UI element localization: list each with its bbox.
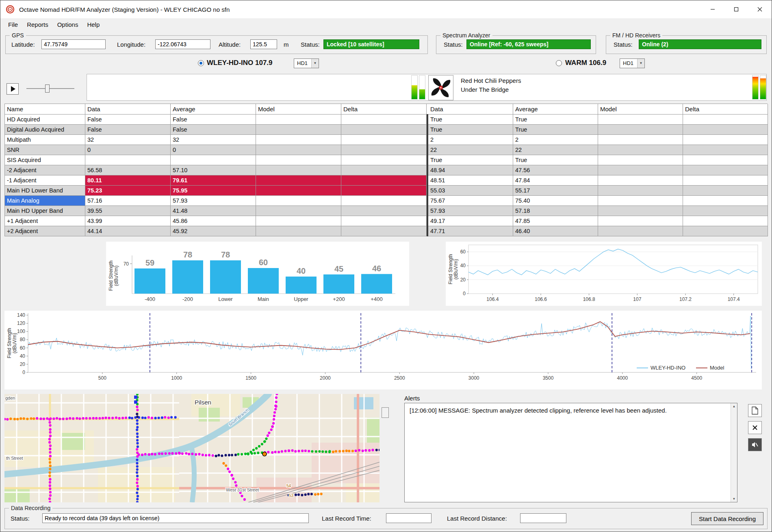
cell--1-adjacent-r1: 47.85 xyxy=(513,216,598,226)
svg-text:80: 80 xyxy=(20,337,26,342)
cell-main-hd-lower-band-r1: 55.17 xyxy=(513,186,598,196)
maximize-button[interactable] xyxy=(724,0,748,18)
cell--1-adjacent-l0: 80.11 xyxy=(85,175,171,186)
cell-hd-acquired-r3 xyxy=(683,115,768,125)
cell-sis-acquired-l3 xyxy=(341,155,427,165)
row-name-main-hd-upper-band[interactable]: Main HD Upper Band xyxy=(5,206,85,216)
mute-alerts-button[interactable] xyxy=(748,438,762,451)
svg-text:45: 45 xyxy=(334,264,343,273)
cell-multipath-l1: 32 xyxy=(171,135,256,145)
svg-text:4000: 4000 xyxy=(617,375,628,381)
recording-status-label: Status: xyxy=(11,515,30,522)
cell--1-adjacent-r2 xyxy=(598,216,683,226)
data-recording-group: Data Recording Status: Last Record Time:… xyxy=(4,508,768,529)
row-name-main-hd-lower-band[interactable]: Main HD Lower Band xyxy=(5,186,85,196)
cell--2-adjacent-r3 xyxy=(683,165,768,175)
svg-text:th Street: th Street xyxy=(6,456,23,461)
svg-text:Field Strength(dBuV/m): Field Strength(dBuV/m) xyxy=(108,261,119,291)
adjacent-spectrum-chart: 0204060106.4106.6106.8107107.2107.4Field… xyxy=(446,242,762,306)
cell-main-hd-lower-band-l0: 75.23 xyxy=(85,186,171,196)
cell--2-adjacent-l0: 44.14 xyxy=(85,226,171,236)
row-name--2-adjacent[interactable]: -2 Adjacent xyxy=(5,165,85,175)
cell-snr-r1: 22 xyxy=(513,145,598,155)
last-record-time-input[interactable] xyxy=(386,513,432,523)
table-header-data: Data xyxy=(85,104,171,115)
close-button[interactable] xyxy=(748,0,772,18)
altitude-label: Altitude: xyxy=(219,41,241,48)
cell-sis-acquired-r2 xyxy=(598,155,683,165)
cell-snr-r0: 22 xyxy=(428,145,513,155)
new-log-button[interactable] xyxy=(748,404,762,417)
svg-text:40: 40 xyxy=(297,266,306,275)
svg-text:60: 60 xyxy=(259,258,268,267)
scroll-down-icon[interactable]: ▼ xyxy=(731,497,737,501)
row-name-multipath[interactable]: Multipath xyxy=(5,135,85,145)
station-label-warm: WARM 106.9 xyxy=(565,59,606,67)
minimize-button[interactable] xyxy=(701,0,724,18)
station-radio-warm[interactable] xyxy=(556,60,562,66)
window-title: Octave Nomad HDR/FM Analyzer (Staging Ve… xyxy=(19,6,230,13)
gps-status-badge: Locked [10 satellites] xyxy=(323,39,419,49)
last-record-time-label: Last Record Time: xyxy=(322,515,371,522)
last-record-distance-input[interactable] xyxy=(520,513,566,523)
cell-sis-acquired-r3 xyxy=(683,155,768,165)
cell-digital-audio-acquired-l2 xyxy=(256,125,341,135)
drive-test-map[interactable]: PilsenWest 31st Streetth StreetgdenSouth… xyxy=(4,394,379,502)
longitude-label: Longitude: xyxy=(117,41,145,48)
svg-text:2000: 2000 xyxy=(320,375,331,381)
cell-snr-l1: 0 xyxy=(171,145,256,155)
cell--1-adjacent-l1: 79.61 xyxy=(171,175,256,186)
clear-alerts-button[interactable] xyxy=(748,421,762,434)
row-name--1-adjacent[interactable]: -1 Adjacent xyxy=(5,175,85,186)
volume-slider-thumb[interactable] xyxy=(45,84,50,93)
cell--1-adjacent-l3 xyxy=(341,216,427,226)
menu-item-options[interactable]: Options xyxy=(53,19,83,30)
cell--2-adjacent-r1: 46.40 xyxy=(513,226,598,236)
cell-hd-acquired-r1: True xyxy=(513,115,598,125)
latitude-input[interactable] xyxy=(41,39,106,49)
alerts-scrollbar[interactable]: ▲▼ xyxy=(731,403,737,502)
svg-text:Main: Main xyxy=(258,296,269,302)
cell-main-hd-upper-band-r2 xyxy=(598,206,683,216)
svg-text:70: 70 xyxy=(124,261,129,267)
receivers-status-label: Status: xyxy=(614,41,633,48)
cell-snr-r2 xyxy=(598,145,683,155)
menu-item-file[interactable]: File xyxy=(4,19,22,30)
map-panel: PilsenWest 31st Streetth StreetgdenSouth… xyxy=(4,394,379,502)
svg-text:Field Strength(dBuV/m): Field Strength(dBuV/m) xyxy=(448,254,459,285)
menu-item-reports[interactable]: Reports xyxy=(22,19,53,30)
start-data-recording-button[interactable]: Start Data Recording xyxy=(691,512,763,525)
row-name-digital-audio-acquired[interactable]: Digital Audio Acquired xyxy=(5,125,85,135)
row-name-sis-acquired[interactable]: SIS Acquired xyxy=(5,155,85,165)
cell-sis-acquired-l0 xyxy=(85,155,171,165)
mute-icon xyxy=(751,441,759,448)
map-alerts-splitter[interactable] xyxy=(382,407,389,418)
new-file-icon xyxy=(752,407,758,415)
station-radio-wley[interactable] xyxy=(198,60,204,66)
volume-slider-track[interactable] xyxy=(26,88,74,89)
station-channel-select-wley[interactable]: HD1 ▼ xyxy=(294,58,319,68)
row-name-snr[interactable]: SNR xyxy=(5,145,85,155)
scroll-up-icon[interactable]: ▲ xyxy=(731,404,737,408)
row-name-hd-acquired[interactable]: HD Acquired xyxy=(5,115,85,125)
cell-main-hd-lower-band-r3 xyxy=(683,186,768,196)
cell--1-adjacent-r0: 49.17 xyxy=(428,216,513,226)
svg-text:106.8: 106.8 xyxy=(583,296,595,302)
cell-snr-r3 xyxy=(683,145,768,155)
altitude-input[interactable] xyxy=(250,39,277,49)
row-name--1-adjacent[interactable]: +1 Adjacent xyxy=(5,216,85,226)
station-channel-select-warm[interactable]: HD1 ▼ xyxy=(620,58,645,68)
cell-main-hd-upper-band-r0: 57.93 xyxy=(428,206,513,216)
cell-digital-audio-acquired-r2 xyxy=(598,125,683,135)
svg-text:46: 46 xyxy=(372,264,381,273)
cell--2-adjacent-r0: 48.94 xyxy=(428,165,513,175)
cell-sis-acquired-r0: True xyxy=(428,155,513,165)
svg-text:54: 54 xyxy=(286,484,291,488)
play-button[interactable] xyxy=(7,83,19,95)
row-name--2-adjacent[interactable]: +2 Adjacent xyxy=(5,226,85,236)
row-name-main-analog[interactable]: Main Analog xyxy=(5,196,85,206)
recording-status-input[interactable] xyxy=(42,513,309,523)
menu-item-help[interactable]: Help xyxy=(82,19,104,30)
receivers-group: FM / HD Receivers Status: Online (2) xyxy=(606,35,767,54)
longitude-input[interactable] xyxy=(155,39,210,49)
